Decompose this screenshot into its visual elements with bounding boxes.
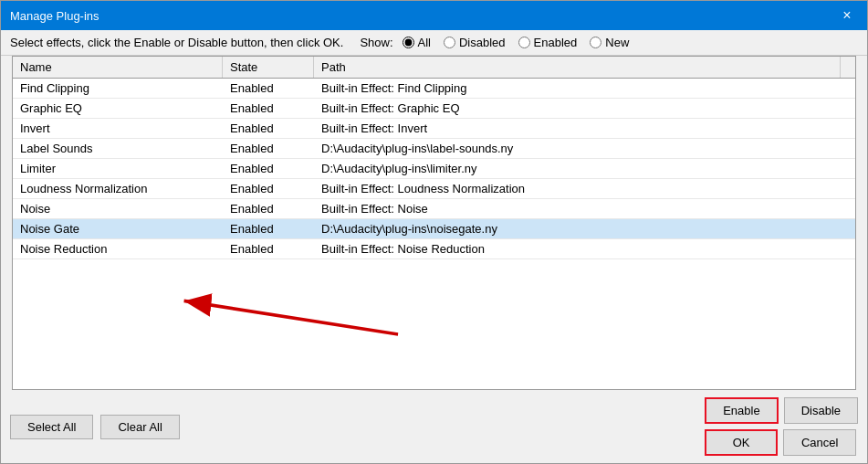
cell-path: D:\Audacity\plug-ins\noisegate.ny (314, 219, 855, 238)
cell-state: Enabled (223, 179, 314, 198)
radio-new-label: New (605, 36, 629, 49)
scrollbar-spacer (841, 57, 855, 78)
bottom-area: Select All Clear All Enable Disable OK C… (1, 390, 867, 463)
bottom-right-buttons: Enable Disable OK Cancel (705, 397, 858, 456)
cell-state: Enabled (223, 99, 314, 118)
table-row[interactable]: Noise ReductionEnabledBuilt-in Effect: N… (13, 239, 855, 259)
col-header-name: Name (13, 57, 223, 78)
instruction-label: Select effects, click the Enable or Disa… (10, 36, 343, 49)
cell-state: Enabled (223, 239, 314, 258)
table-row[interactable]: InvertEnabledBuilt-in Effect: Invert (13, 119, 855, 139)
show-radio-group: All Disabled Enabled New (403, 36, 630, 49)
dialog-title: Manage Plug-ins (10, 9, 99, 23)
table-row[interactable]: Label SoundsEnabledD:\Audacity\plug-ins\… (13, 139, 855, 159)
table-row[interactable]: Graphic EQEnabledBuilt-in Effect: Graphi… (13, 99, 855, 119)
enable-disable-row: Enable Disable (705, 397, 858, 424)
cell-name: Label Sounds (13, 139, 223, 158)
bottom-left-buttons: Select All Clear All (10, 415, 180, 439)
cell-name: Noise (13, 199, 223, 218)
radio-new[interactable]: New (590, 36, 629, 49)
cell-path: D:\Audacity\plug-ins\label-sounds.ny (314, 139, 855, 158)
radio-disabled-label: Disabled (459, 36, 506, 49)
ok-cancel-row: OK Cancel (705, 429, 858, 456)
clear-all-button[interactable]: Clear All (100, 415, 179, 439)
select-all-button[interactable]: Select All (10, 415, 93, 439)
cell-name: Graphic EQ (13, 99, 223, 118)
cell-state: Enabled (223, 79, 314, 98)
radio-enabled-label: Enabled (534, 36, 578, 49)
radio-all-label: All (418, 36, 431, 49)
table-row[interactable]: NoiseEnabledBuilt-in Effect: Noise (13, 199, 855, 219)
radio-all[interactable]: All (403, 36, 431, 49)
cell-path: Built-in Effect: Graphic EQ (314, 99, 855, 118)
table-row[interactable]: LimiterEnabledD:\Audacity\plug-ins\limit… (13, 159, 855, 179)
cell-state: Enabled (223, 219, 314, 238)
cell-state: Enabled (223, 159, 314, 178)
plugins-table: Name State Path Find ClippingEnabledBuil… (12, 56, 856, 390)
table-row[interactable]: Find ClippingEnabledBuilt-in Effect: Fin… (13, 79, 855, 99)
cell-name: Find Clipping (13, 79, 223, 98)
cell-name: Loudness Normalization (13, 179, 223, 198)
cell-name: Limiter (13, 159, 223, 178)
ok-button[interactable]: OK (705, 429, 778, 456)
col-header-state: State (223, 57, 314, 78)
table-row[interactable]: Loudness NormalizationEnabledBuilt-in Ef… (13, 179, 855, 199)
title-bar: Manage Plug-ins × (1, 1, 867, 30)
table-row[interactable]: Noise GateEnabledD:\Audacity\plug-ins\no… (13, 219, 855, 239)
manage-plugins-dialog: Manage Plug-ins × Select effects, click … (0, 0, 868, 464)
cell-state: Enabled (223, 139, 314, 158)
cell-name: Noise Gate (13, 219, 223, 238)
table-body[interactable]: Find ClippingEnabledBuilt-in Effect: Fin… (13, 79, 855, 389)
toolbar-row: Select effects, click the Enable or Disa… (1, 30, 867, 56)
cell-path: D:\Audacity\plug-ins\limiter.ny (314, 159, 855, 178)
cell-path: Built-in Effect: Invert (314, 119, 855, 138)
cell-name: Invert (13, 119, 223, 138)
cell-state: Enabled (223, 199, 314, 218)
cell-path: Built-in Effect: Loudness Normalization (314, 179, 855, 198)
show-label: Show: (360, 36, 392, 49)
cell-path: Built-in Effect: Noise Reduction (314, 239, 855, 258)
disable-button[interactable]: Disable (784, 397, 858, 424)
table-wrapper: Name State Path Find ClippingEnabledBuil… (6, 56, 862, 390)
cell-path: Built-in Effect: Find Clipping (314, 79, 855, 98)
cell-path: Built-in Effect: Noise (314, 199, 855, 218)
cancel-button[interactable]: Cancel (783, 429, 856, 456)
col-header-path: Path (314, 57, 841, 78)
table-header: Name State Path (13, 57, 855, 79)
enable-button[interactable]: Enable (705, 397, 778, 424)
radio-disabled[interactable]: Disabled (444, 36, 506, 49)
cell-state: Enabled (223, 119, 314, 138)
cell-name: Noise Reduction (13, 239, 223, 258)
radio-enabled[interactable]: Enabled (518, 36, 578, 49)
close-button[interactable]: × (836, 5, 858, 26)
